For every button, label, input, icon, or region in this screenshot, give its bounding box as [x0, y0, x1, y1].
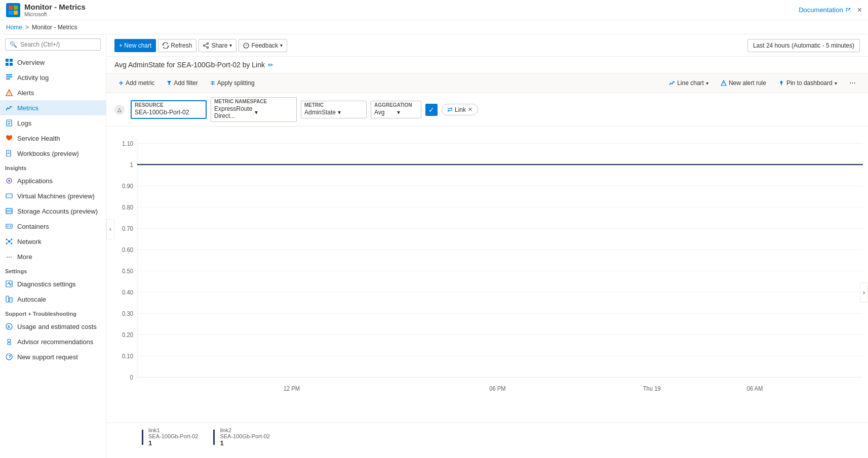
resource-selector[interactable]: RESOURCE SEA-100Gb-Port-02	[131, 100, 207, 119]
svg-rect-24	[7, 195, 11, 197]
sidebar-item-containers[interactable]: Containers	[0, 219, 106, 234]
svg-rect-41	[6, 296, 9, 302]
line-chart-chevron-icon: ▾	[706, 80, 708, 86]
svg-line-52	[205, 44, 208, 45]
breadcrumb: Home > Monitor - Metrics	[0, 20, 868, 34]
more-options-button[interactable]: ···	[845, 76, 860, 90]
container-icon	[5, 222, 13, 230]
alert-rule-icon	[721, 80, 727, 86]
feedback-button[interactable]: Feedback ▾	[239, 39, 287, 52]
svg-rect-30	[10, 225, 11, 227]
pin-to-dashboard-button[interactable]: Pin to dashboard ▾	[774, 77, 841, 89]
svg-rect-7	[10, 63, 13, 66]
new-alert-rule-button[interactable]: New alert rule	[717, 77, 770, 89]
namespace-selector[interactable]: METRIC NAMESPACE ExpressRoute Direct... …	[211, 97, 297, 122]
svg-text:06 AM: 06 AM	[747, 385, 763, 392]
svg-line-36	[7, 239, 9, 241]
svg-text:1.10: 1.10	[122, 140, 133, 147]
link-chip[interactable]: ⇄ Link ✕	[442, 104, 478, 115]
logs-icon	[5, 119, 13, 127]
sidebar-item-network-label: Network	[17, 238, 42, 245]
sidebar-item-applications[interactable]: Applications	[0, 173, 106, 188]
svg-text:12 PM: 12 PM	[284, 385, 300, 392]
sidebar-item-autoscale[interactable]: Autoscale	[0, 292, 106, 307]
confirm-metric-button[interactable]: ✓	[425, 104, 438, 116]
chart-legend: link1 SEA-100Gb-Port-02 1 link2 SEA-100G…	[106, 423, 868, 458]
sidebar-item-advisor[interactable]: Advisor recommendations	[0, 334, 106, 349]
external-link-icon	[845, 7, 851, 13]
sidebar-item-network[interactable]: Network	[0, 234, 106, 249]
breadcrumb-current: Monitor - Metrics	[32, 24, 77, 31]
sidebar-item-activity-log[interactable]: Activity log	[0, 70, 106, 85]
chevron-right-icon: ›	[863, 288, 865, 296]
breadcrumb-home[interactable]: Home	[6, 24, 22, 31]
filter-bar-right: Line chart ▾ New alert rule Pin to dashb…	[665, 76, 860, 90]
sidebar-item-virtual-machines[interactable]: Virtual Machines (preview)	[0, 188, 106, 203]
svg-line-39	[9, 241, 12, 243]
metrics-icon	[5, 104, 13, 112]
apply-splitting-button[interactable]: Apply splitting	[206, 77, 259, 89]
svg-rect-15	[8, 121, 11, 122]
support-section-label: Support + Troubleshooting	[0, 307, 106, 319]
sidebar-item-workbooks[interactable]: Workbooks (preview)	[0, 146, 106, 161]
line-chart-button[interactable]: Line chart ▾	[665, 77, 713, 89]
refresh-button[interactable]: Refresh	[158, 39, 196, 52]
sidebar-collapse-button[interactable]: ‹	[106, 219, 114, 239]
svg-rect-1	[14, 6, 18, 10]
filter-bar: Add metric Add filter Apply splitting Li…	[106, 73, 868, 93]
svg-rect-13	[9, 94, 10, 95]
svg-rect-20	[8, 153, 10, 154]
svg-point-51	[204, 45, 205, 46]
sidebar-item-service-health[interactable]: Service Health	[0, 131, 106, 146]
svg-rect-8	[6, 74, 12, 75]
sidebar-item-storage-accounts[interactable]: Storage Accounts (preview)	[0, 203, 106, 219]
metric-selector[interactable]: METRIC AdminState ▾	[301, 101, 367, 118]
documentation-link[interactable]: Documentation	[799, 6, 851, 14]
time-range-button[interactable]: Last 24 hours (Automatic - 5 minutes)	[747, 39, 860, 52]
sidebar-item-logs[interactable]: Logs	[0, 115, 106, 131]
scope-up-button[interactable]: △	[114, 105, 125, 115]
network-icon	[5, 237, 13, 245]
close-button[interactable]: ×	[857, 6, 862, 15]
settings-section-label: Settings	[0, 264, 106, 276]
add-metric-button[interactable]: Add metric	[114, 77, 159, 89]
svg-rect-5	[10, 59, 13, 62]
svg-line-37	[9, 239, 12, 241]
share-button[interactable]: Share ▾	[199, 39, 236, 52]
main-content: + New chart Refresh Share ▾ Feedback ▾ L…	[106, 34, 868, 458]
search-box[interactable]: 🔍	[5, 38, 101, 51]
chart-area: 1.10 1 0.90 0.80 0.70 0.60 0.50 0.40 0.3…	[106, 127, 868, 458]
sidebar-item-metrics[interactable]: Metrics	[0, 100, 106, 115]
storage-icon	[5, 207, 13, 215]
chart-title: Avg AdminState for SEA-100Gb-Port-02 by …	[114, 61, 860, 69]
diag-icon	[5, 280, 13, 288]
new-chart-button[interactable]: + New chart	[114, 39, 156, 52]
add-filter-button[interactable]: Add filter	[163, 77, 202, 89]
sidebar-item-diagnostics[interactable]: Diagnostics settings	[0, 276, 106, 292]
svg-rect-17	[8, 124, 10, 125]
sidebar-item-usage-costs[interactable]: $ Usage and estimated costs	[0, 319, 106, 334]
autoscale-icon	[5, 295, 13, 303]
edit-title-icon[interactable]: ✏	[268, 61, 273, 69]
chevron-left-icon: ‹	[109, 225, 111, 233]
sidebar-item-workbooks-label: Workbooks (preview)	[17, 150, 79, 157]
svg-rect-62	[723, 82, 724, 84]
link-chip-close-icon[interactable]: ✕	[468, 106, 472, 113]
sidebar-search-container: 🔍	[0, 34, 106, 55]
svg-rect-25	[6, 209, 12, 214]
topbar-left: Monitor - Metrics Microsoft	[6, 3, 86, 17]
sidebar-item-overview[interactable]: Overview	[0, 55, 106, 70]
sidebar-item-support[interactable]: ? New support request	[0, 349, 106, 364]
breadcrumb-separator: >	[25, 24, 29, 31]
expand-right-button[interactable]: ›	[860, 282, 868, 303]
sidebar-item-diagnostics-label: Diagnostics settings	[17, 280, 76, 288]
aggregation-selector[interactable]: AGGREGATION Avg ▾	[371, 101, 421, 118]
sidebar-item-alerts[interactable]: Alerts	[0, 85, 106, 100]
chart-toolbar: + New chart Refresh Share ▾ Feedback ▾ L…	[106, 34, 868, 57]
svg-rect-26	[6, 210, 12, 211]
search-input[interactable]	[20, 41, 96, 48]
svg-rect-10	[6, 78, 10, 79]
sidebar-item-more[interactable]: ··· More	[0, 249, 106, 264]
svg-point-45	[8, 339, 11, 342]
svg-text:0: 0	[130, 373, 134, 381]
